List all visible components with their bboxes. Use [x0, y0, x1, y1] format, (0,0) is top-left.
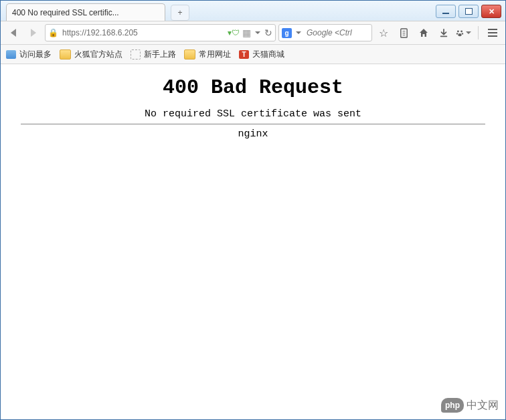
- search-engine-icon[interactable]: g: [282, 28, 292, 38]
- bookmark-blue-icon: [6, 50, 16, 59]
- tab-title: 400 No required SSL certific...: [12, 8, 159, 17]
- placeholder-icon: [131, 49, 141, 60]
- address-bar[interactable]: 🔒 ▾🛡 ▦ ↻: [45, 24, 276, 41]
- lock-icon: 🔒: [48, 28, 58, 37]
- search-bar[interactable]: g: [278, 24, 372, 41]
- error-heading: 400 Bad Request: [7, 76, 499, 99]
- watermark-badge: php: [441, 398, 464, 413]
- svg-point-8: [458, 33, 461, 36]
- bookmark-most-visited[interactable]: 访问最多: [6, 49, 52, 60]
- svg-point-5: [460, 30, 462, 32]
- close-icon: ✕: [489, 8, 495, 15]
- divider: [21, 124, 485, 124]
- home-button[interactable]: [415, 24, 432, 41]
- nav-toolbar: 🔒 ▾🛡 ▦ ↻ g ☆: [1, 21, 505, 45]
- minimize-button[interactable]: [436, 5, 456, 18]
- bookmark-label: 新手上路: [144, 49, 176, 60]
- matrix-icon[interactable]: ▦: [242, 27, 251, 38]
- tmall-icon: T: [239, 50, 249, 59]
- reading-list-button[interactable]: [395, 24, 412, 41]
- addon-button[interactable]: [455, 24, 473, 41]
- server-label: nginx: [7, 128, 499, 140]
- arrow-right-icon: [31, 29, 36, 37]
- watermark-text: 中文网: [467, 399, 499, 413]
- bookmark-label: 火狐官方站点: [74, 49, 122, 60]
- bookmark-label: 天猫商城: [252, 49, 284, 60]
- maximize-button[interactable]: [458, 5, 479, 18]
- error-subtitle: No required SSL certificate was sent: [7, 108, 499, 120]
- bookmark-common-sites[interactable]: 常用网址: [184, 49, 231, 60]
- viewport[interactable]: 400 Bad Request No required SSL certific…: [1, 64, 505, 419]
- bookmark-getting-started[interactable]: 新手上路: [131, 49, 176, 60]
- title-bar: 400 No required SSL certific... + ✕: [1, 1, 505, 21]
- error-page: 400 Bad Request No required SSL certific…: [1, 64, 505, 160]
- browser-tab[interactable]: 400 No required SSL certific...: [6, 3, 165, 21]
- watermark: php 中文网: [441, 398, 499, 413]
- download-icon: [439, 28, 448, 37]
- maximize-icon: [465, 8, 473, 15]
- bookmark-label: 常用网址: [199, 49, 231, 60]
- clipboard-icon: [399, 28, 409, 38]
- menu-button[interactable]: [484, 24, 501, 41]
- close-button[interactable]: ✕: [481, 5, 501, 18]
- home-icon: [418, 27, 429, 38]
- search-engine-dropdown-icon[interactable]: [296, 31, 301, 34]
- svg-point-4: [457, 30, 459, 32]
- history-dropdown-icon[interactable]: [255, 31, 260, 34]
- paw-icon: [455, 28, 465, 38]
- toolbar-separator: [478, 26, 479, 39]
- back-button[interactable]: [5, 24, 22, 41]
- bookmark-firefox-official[interactable]: 火狐官方站点: [60, 49, 122, 60]
- new-tab-button[interactable]: +: [171, 5, 189, 21]
- svg-point-6: [456, 33, 458, 34]
- forward-button[interactable]: [25, 24, 42, 41]
- folder-icon: [184, 49, 195, 60]
- window-controls: ✕: [436, 5, 501, 18]
- bookmark-label: 访问最多: [19, 49, 52, 60]
- bookmark-star-button[interactable]: ☆: [375, 24, 392, 41]
- url-input[interactable]: [61, 27, 225, 38]
- arrow-left-icon: [11, 29, 16, 37]
- minimize-icon: [442, 13, 449, 14]
- folder-icon: [60, 49, 71, 60]
- svg-point-7: [462, 33, 463, 34]
- search-input[interactable]: [305, 27, 369, 38]
- bookmark-tmall[interactable]: T 天猫商城: [239, 49, 284, 60]
- shield-icon[interactable]: ▾🛡: [228, 28, 240, 37]
- browser-window: 400 No required SSL certific... + ✕ 🔒 ▾🛡…: [0, 0, 506, 420]
- reload-button[interactable]: ↻: [264, 27, 272, 38]
- bookmarks-bar: 访问最多 火狐官方站点 新手上路 常用网址 T 天猫商城: [1, 45, 505, 64]
- hamburger-icon: [488, 29, 497, 37]
- addon-dropdown-icon[interactable]: [466, 31, 471, 34]
- downloads-button[interactable]: [435, 24, 452, 41]
